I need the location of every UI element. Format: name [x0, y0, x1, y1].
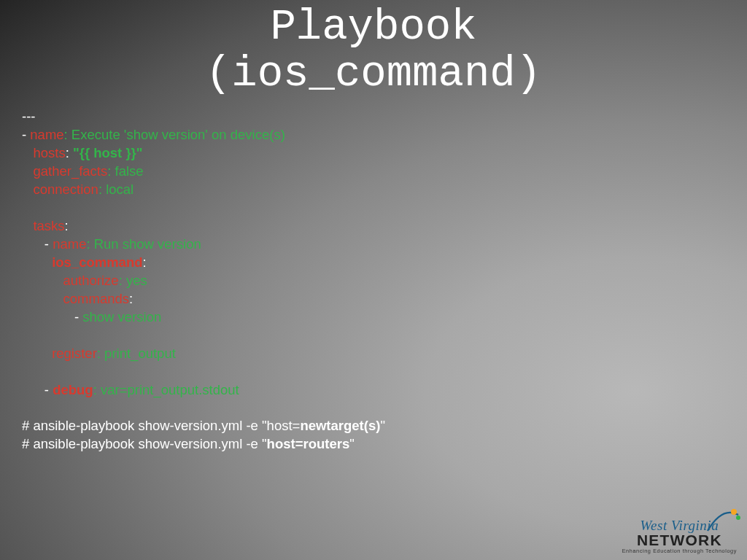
key-debug: debug [53, 382, 93, 397]
key-ioscommand: ios_command [52, 254, 142, 270]
key-authorize: authorize [63, 273, 119, 288]
colon-hosts: : [66, 145, 73, 160]
key-register: register [52, 346, 97, 361]
comment1a: # ansible-playbook show-version.yml -e "… [22, 418, 300, 433]
slide-title: Playbook (ios_command) [0, 4, 747, 97]
val-debug: : var=print_output.stdout [93, 382, 239, 397]
colon-ioscmd: : [143, 254, 147, 270]
key-hosts: hosts [33, 145, 65, 160]
key-tasks: tasks [33, 218, 64, 233]
comment2b: host=routers [267, 436, 350, 451]
comment2c: " [349, 436, 355, 451]
yaml-doc-start: --- [22, 109, 35, 124]
val-authorize: : yes [119, 273, 147, 288]
dash: - [44, 382, 53, 397]
comment2a: # ansible-playbook show-version.yml -e " [22, 436, 267, 451]
val-register: : print_output [97, 346, 176, 361]
key-task-name: name [53, 236, 86, 252]
val-hosts: "{{ host }}" [73, 145, 143, 160]
title-line2: (ios_command) [206, 50, 541, 98]
slide: Playbook (ios_command) --- - name: Execu… [0, 0, 747, 560]
comment1b: newtarget(s) [300, 418, 380, 433]
dash: - [22, 127, 30, 142]
key-name: name [30, 127, 63, 142]
title-line1: Playbook [270, 3, 476, 52]
key-gatherfacts: gather_facts [33, 163, 107, 179]
key-commands: commands [63, 291, 129, 306]
wvnet-logo: West Virginia NETWORK Enhancing Educatio… [622, 518, 737, 554]
val-showversion: show version [82, 309, 161, 324]
colon-tasks: : [65, 218, 69, 233]
svg-point-0 [731, 509, 737, 515]
val-connection: : local [98, 182, 133, 197]
key-connection: connection [33, 182, 98, 197]
colon-commands: : [129, 291, 133, 306]
svg-point-1 [736, 516, 740, 520]
val-name: : Execute 'show version' on device(s) [64, 127, 285, 142]
logo-line2: NETWORK [622, 532, 737, 549]
playbook-code: --- - name: Execute 'show version' on de… [22, 108, 385, 454]
val-task-name: : Run show version [86, 236, 201, 252]
dash: - [74, 309, 82, 324]
dash: - [44, 236, 53, 252]
val-gatherfacts: : false [107, 163, 143, 179]
comment1c: " [380, 418, 385, 433]
